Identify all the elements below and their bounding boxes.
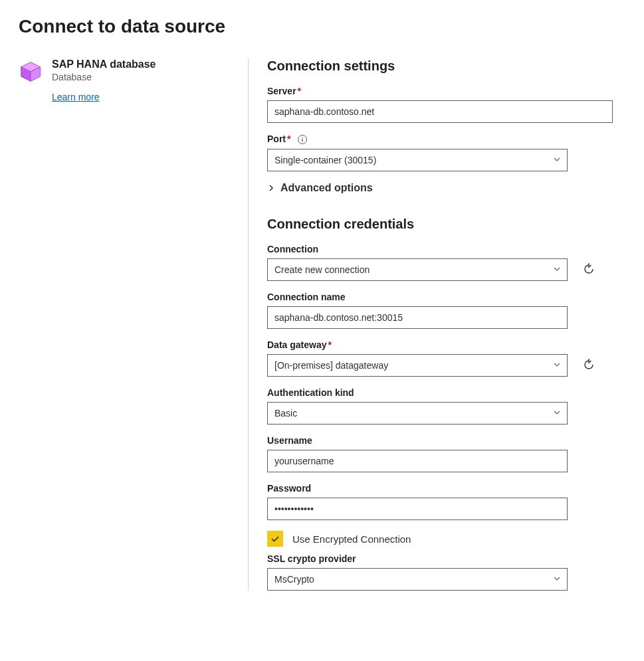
page-title: Connect to data source — [19, 16, 628, 37]
chevron-right-icon — [267, 184, 275, 192]
info-icon[interactable] — [297, 134, 308, 145]
ssl-crypto-provider-label: SSL crypto provider — [267, 553, 628, 564]
server-label: Server* — [267, 86, 628, 96]
port-label: Port* — [267, 134, 628, 145]
use-encrypted-checkbox[interactable] — [267, 531, 283, 547]
connection-label: Connection — [267, 244, 628, 254]
required-asterisk: * — [328, 339, 331, 350]
refresh-icon — [582, 262, 595, 278]
content-area: SAP HANA database Database Learn more Co… — [19, 58, 628, 591]
form-area: Connection settings Server* Port* — [249, 58, 628, 591]
connection-name-input[interactable] — [267, 306, 568, 329]
required-asterisk: * — [287, 134, 290, 144]
svg-rect-5 — [302, 139, 303, 142]
checkmark-icon — [270, 533, 280, 544]
password-input[interactable] — [267, 498, 568, 520]
authentication-kind-select[interactable] — [267, 402, 568, 425]
database-cube-icon — [19, 60, 43, 84]
password-label: Password — [267, 483, 628, 494]
data-gateway-label-text: Data gateway — [267, 339, 326, 350]
port-label-text: Port — [267, 134, 286, 144]
connection-credentials-heading: Connection credentials — [267, 217, 628, 232]
server-input[interactable] — [267, 100, 613, 123]
data-gateway-select[interactable] — [267, 354, 568, 377]
source-sidebar: SAP HANA database Database Learn more — [19, 58, 249, 591]
username-label: Username — [267, 435, 628, 446]
connection-name-label: Connection name — [267, 292, 628, 302]
server-label-text: Server — [267, 86, 296, 96]
connection-settings-heading: Connection settings — [267, 58, 628, 74]
source-type: Database — [52, 72, 156, 82]
advanced-options-toggle[interactable]: Advanced options — [267, 182, 628, 194]
port-select[interactable] — [267, 149, 568, 171]
authentication-kind-label: Authentication kind — [267, 387, 628, 398]
source-name: SAP HANA database — [52, 58, 156, 70]
required-asterisk: * — [298, 86, 301, 96]
connection-select[interactable] — [267, 258, 568, 281]
refresh-gateway-button[interactable] — [580, 356, 598, 375]
svg-point-4 — [302, 137, 304, 138]
learn-more-link[interactable]: Learn more — [52, 92, 100, 102]
use-encrypted-label: Use Encrypted Connection — [292, 533, 411, 545]
data-gateway-label: Data gateway* — [267, 339, 628, 350]
ssl-crypto-provider-select[interactable] — [267, 568, 568, 591]
refresh-icon — [582, 358, 595, 373]
username-input[interactable] — [267, 450, 568, 472]
refresh-connection-button[interactable] — [580, 260, 598, 279]
advanced-options-label: Advanced options — [280, 182, 373, 194]
